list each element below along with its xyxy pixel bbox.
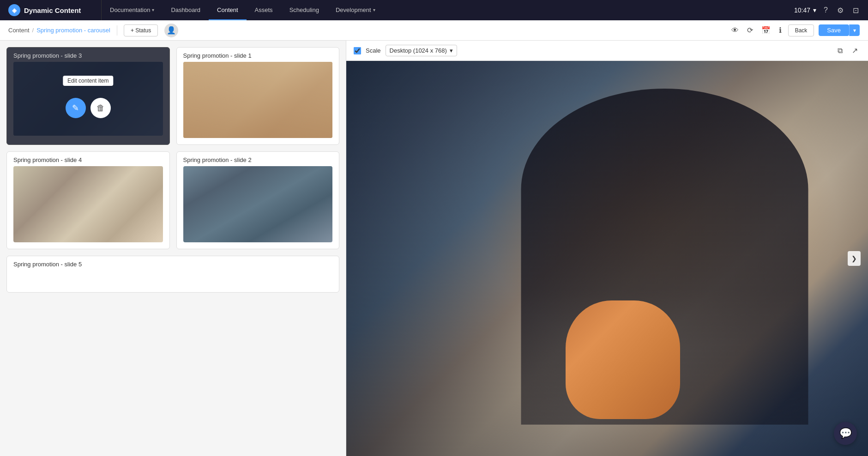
slide-3-overlay: Edit content item ✎ 🗑 [13,62,163,136]
breadcrumb-current: Spring promotion - carousel [36,27,110,34]
history-button[interactable]: ⟳ [745,24,755,36]
nav-development-label: Development [336,6,371,13]
nav-scheduling[interactable]: Scheduling [281,0,327,20]
overlay-buttons: ✎ 🗑 [66,98,111,118]
preview-nav-arrow[interactable]: ❯ [848,251,861,266]
nav-development[interactable]: Development ▾ [327,0,384,20]
breadcrumb: Content / Spring promotion - carousel [8,27,110,34]
breadcrumb-separator: / [32,27,34,34]
preview-panel: Scale Desktop (1024 x 768) ▾ ⧉ ↗ [346,41,868,456]
edit-slide-button[interactable]: ✎ [66,98,86,118]
slide-3-title: Spring promotion - slide 3 [7,48,169,62]
app-title: Dynamic Content [24,6,81,14]
slide-4-title: Spring promotion - slide 4 [7,152,169,166]
handbag-shape [566,300,681,419]
nav-assets[interactable]: Assets [247,0,281,20]
slide-4-image [13,166,163,242]
slide-1-image [183,62,333,138]
preview-toolbar-right: ⧉ ↗ [835,44,861,57]
chat-fab-button[interactable]: 💬 [834,422,857,445]
slide-2-title: Spring promotion - slide 2 [177,152,339,166]
breadcrumb-right: 👁 ⟳ 📅 ℹ Back Save ▾ [729,24,860,36]
slide-card-2[interactable]: Spring promotion - slide 2 [176,151,340,249]
slide-card-3[interactable]: Spring promotion - slide 3 Edit content … [6,47,170,145]
preview-image-area: ❯ 💬 [346,61,868,456]
status-button[interactable]: + Status [124,24,158,36]
main-layout: Spring promotion - slide 3 Edit content … [0,41,868,456]
extra-slide-area: Spring promotion - slide 5 [6,256,339,293]
scale-checkbox[interactable] [354,47,361,54]
preview-toolbar: Scale Desktop (1024 x 768) ▾ ⧉ ↗ [346,41,868,61]
scale-label: Scale [366,47,381,54]
nav-assets-label: Assets [255,6,273,13]
slide-card-4[interactable]: Spring promotion - slide 4 [6,151,170,249]
nav-dashboard[interactable]: Dashboard [163,0,209,20]
chevron-down-icon: ▾ [450,47,453,54]
nav-scheduling-label: Scheduling [289,6,319,13]
slide-1-title: Spring promotion - slide 1 [177,48,339,62]
user-avatar[interactable]: 👤 [164,24,178,37]
nav-content[interactable]: Content [209,0,247,20]
calendar-button[interactable]: 📅 [760,24,772,36]
top-navigation: ◈ Dynamic Content Documentation ▾ Dashbo… [0,0,868,20]
slide-3-image: Edit content item ✎ 🗑 [13,62,163,136]
nav-content-label: Content [217,6,238,13]
chevron-down-icon: ▾ [152,7,154,12]
preview-fashion-bg [346,61,868,456]
slides-grid: Spring promotion - slide 3 Edit content … [6,47,339,249]
desktop-select-label: Desktop (1024 x 768) [390,47,447,54]
slide-2-image [183,166,333,242]
external-link-button[interactable]: ↗ [849,44,861,57]
nav-right: 10:47 ▾ ? ⚙ ⊡ [787,4,868,17]
slide-5-title: Spring promotion - slide 5 [7,256,339,272]
save-button-group: Save ▾ [819,24,860,36]
breadcrumb-bar: Content / Spring promotion - carousel + … [0,20,868,41]
left-panel: Spring promotion - slide 3 Edit content … [0,41,346,456]
chevron-down-icon: ▾ [813,6,816,14]
save-button[interactable]: Save [819,24,849,36]
breadcrumb-root[interactable]: Content [8,27,30,34]
settings-button[interactable]: ⚙ [835,4,845,17]
desktop-select[interactable]: Desktop (1024 x 768) ▾ [386,45,457,56]
chevron-down-icon: ▾ [373,7,375,12]
copy-button[interactable]: ⧉ [835,45,845,57]
nav-documentation-label: Documentation [110,6,150,13]
brand-icon: ◈ [8,4,20,16]
brand-logo[interactable]: ◈ Dynamic Content [0,0,102,20]
save-more-button[interactable]: ▾ [849,24,860,36]
nav-time[interactable]: 10:47 ▾ [794,6,816,14]
nav-items: Documentation ▾ Dashboard Content Assets… [102,0,787,20]
save-status-button[interactable]: ⊡ [851,4,861,17]
info-button[interactable]: ℹ [777,24,784,36]
delete-slide-button[interactable]: 🗑 [90,98,111,118]
nav-documentation[interactable]: Documentation ▾ [102,0,163,20]
slide-card-1[interactable]: Spring promotion - slide 1 [176,47,340,145]
back-button[interactable]: Back [788,24,814,36]
divider [117,25,117,36]
overlay-tooltip: Edit content item [63,76,113,86]
help-button[interactable]: ? [822,4,830,16]
nav-dashboard-label: Dashboard [171,6,200,13]
eye-button[interactable]: 👁 [729,24,741,36]
slide-card-5[interactable]: Spring promotion - slide 5 [6,256,339,293]
preview-content: ❯ 💬 [346,61,868,456]
